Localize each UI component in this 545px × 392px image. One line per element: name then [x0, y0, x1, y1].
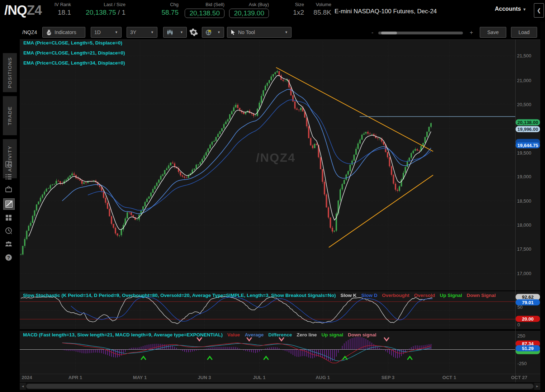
chevron-down-icon: ▼: [285, 30, 288, 34]
stat-chg: Chg 58.75: [151, 2, 179, 16]
collapse-panel-button[interactable]: ❮: [534, 3, 544, 18]
zoom-in-button[interactable]: +: [470, 29, 473, 36]
price-axis-badge: 19,644.75: [516, 142, 540, 148]
grid-icon[interactable]: [5, 214, 13, 222]
ema-label-1: EMA (Price=CLOSE, Length=21, Displace=0): [23, 50, 125, 56]
stat-value: 1x2: [286, 9, 304, 16]
trading-platform-window: /NQZ4 IV Rank 18.1Last / Size 20,138.75 …: [0, 0, 545, 392]
x-axis-label: OCT 27: [511, 375, 527, 380]
chart-icon[interactable]: [3, 198, 15, 210]
sidebar-tab-activity[interactable]: ACTIVITY: [3, 139, 17, 178]
stat-value: 58.75: [151, 9, 179, 16]
price-chart-canvas[interactable]: [20, 39, 515, 291]
chart-watermark: /NQZ4: [256, 151, 295, 165]
scroll-left-button[interactable]: ◄: [20, 383, 26, 390]
x-axis-label: AUG 1: [316, 375, 330, 380]
ema-label-2: EMA (Price=CLOSE, Length=34, Displace=0): [23, 60, 125, 66]
ema-label-0: EMA (Price=CLOSE, Length=5, Displace=0): [23, 40, 122, 46]
history-icon[interactable]: [5, 227, 13, 235]
load-button[interactable]: Load: [511, 27, 537, 38]
zoom-out-button[interactable]: -: [371, 29, 373, 36]
y-axis-tick: 19,500: [517, 150, 531, 156]
divider: [20, 329, 540, 331]
macd-legend: MACD (Fast length=13, Slow length=21, MA…: [23, 332, 515, 337]
help-icon[interactable]: ?: [5, 254, 13, 261]
stat-label: Bid (Sell): [179, 2, 224, 7]
stat-label: Last / Size: [71, 2, 125, 7]
range-dropdown[interactable]: 3Y▼: [127, 27, 157, 38]
zoom-slider[interactable]: [378, 32, 463, 34]
stat-volume: Volume 85.8K: [308, 2, 331, 16]
y-axis-tick: 18,000: [517, 222, 531, 228]
save-button[interactable]: Save: [480, 27, 506, 38]
stat-ask-buy-: Ask (Buy) 20,139.00: [227, 2, 269, 18]
legend-item: Up Signal: [440, 293, 462, 298]
tool-dropdown[interactable]: No Tool ▼: [227, 27, 292, 38]
x-axis-label: 2024: [22, 375, 32, 380]
sidebar-tab-trade[interactable]: TRADE: [3, 96, 17, 135]
x-axis-label: MAY 1: [133, 375, 147, 380]
legend-item: Down Signal: [467, 293, 496, 298]
y-axis-tick: 17,500: [517, 246, 531, 252]
gear-icon: [189, 28, 198, 37]
stochastic-legend: Slow Stochastic (K Period=14, D Period=9…: [23, 293, 515, 298]
stoch-axis-value: 0: [516, 322, 540, 328]
right-edge-strip: [540, 22, 545, 392]
stat-last-size: Last / Size 20,138.75 / 1: [71, 2, 125, 16]
macd-axis-value: 250: [516, 333, 540, 339]
zoom-slider-handle[interactable]: [381, 32, 397, 34]
legend-item: Down signal: [348, 332, 376, 337]
flask-icon: [46, 29, 52, 36]
stat-value[interactable]: 20,139.00: [227, 9, 269, 18]
stat-label: Chg: [151, 2, 179, 7]
list-icon[interactable]: [5, 173, 13, 181]
scrollbar-thumb[interactable]: [26, 384, 534, 389]
divider: [20, 291, 540, 291]
left-sidebar: POSITIONSTRADEACTIVITY?: [0, 22, 17, 392]
stat-size: Size 1x2: [286, 2, 304, 16]
toolbar-symbol-label: /NQZ4: [22, 29, 37, 35]
y-axis-tick: 17,000: [517, 271, 531, 276]
indicators-button[interactable]: Indicators: [42, 27, 85, 38]
legend-item: Average: [245, 332, 264, 337]
candlestick-icon: [167, 29, 173, 36]
sidebar-tab-positions[interactable]: POSITIONS: [3, 53, 17, 92]
divider: [20, 374, 540, 374]
divider: [20, 39, 540, 40]
globe-grid-icon: [205, 29, 212, 36]
chart-type-dropdown[interactable]: ▼: [163, 27, 187, 38]
cursor-icon: [231, 29, 236, 35]
contract-description: E-mini NASDAQ-100 Futures, Dec-24: [335, 8, 437, 15]
y-axis-tick: 18,500: [517, 198, 531, 204]
stat-value[interactable]: 20,138.50: [179, 9, 224, 18]
people-icon[interactable]: [5, 240, 13, 248]
report-icon[interactable]: [5, 160, 13, 168]
scroll-right-button[interactable]: ►: [534, 383, 540, 390]
drawing-set-dropdown[interactable]: ▼: [202, 27, 224, 38]
svg-text:?: ?: [7, 255, 10, 260]
accounts-menu[interactable]: Accounts ▼: [495, 6, 526, 12]
chart-toolbar: /NQZ4 Indicators 1D▼ 3Y▼ ▼ ▼ No Tool ▼ -…: [17, 22, 545, 39]
x-axis-label: OCT 1: [442, 375, 456, 380]
stat-iv-rank: IV Rank 18.1: [43, 2, 71, 16]
stat-label: Ask (Buy): [227, 2, 269, 7]
quote-header: /NQZ4 IV Rank 18.1Last / Size 20,138.75 …: [0, 0, 545, 22]
legend-item: Slow K: [340, 293, 356, 298]
legend-item: Slow D: [361, 293, 377, 298]
legend-item: Oversold: [414, 293, 435, 298]
stoch-axis-value: 20.00: [516, 316, 540, 322]
symbol-title: /NQZ4: [4, 3, 42, 18]
price-axis-border: [515, 39, 516, 382]
price-axis-badge: 20,138.00: [516, 119, 540, 126]
y-axis-tick: 21,500: [517, 53, 531, 58]
tv-icon[interactable]: [5, 185, 13, 193]
stat-label: IV Rank: [43, 2, 71, 7]
macd-axis-value: 51.29: [516, 345, 540, 351]
x-axis-label: JUN 3: [198, 375, 211, 380]
stat-value: 85.8K: [308, 9, 331, 16]
chart-settings-button[interactable]: [189, 28, 198, 38]
legend-item: Zero line: [297, 332, 317, 337]
x-axis-label: APR 1: [68, 375, 82, 380]
timeframe-dropdown[interactable]: 1D▼: [91, 27, 122, 38]
chevron-down-icon: ▼: [151, 30, 154, 34]
